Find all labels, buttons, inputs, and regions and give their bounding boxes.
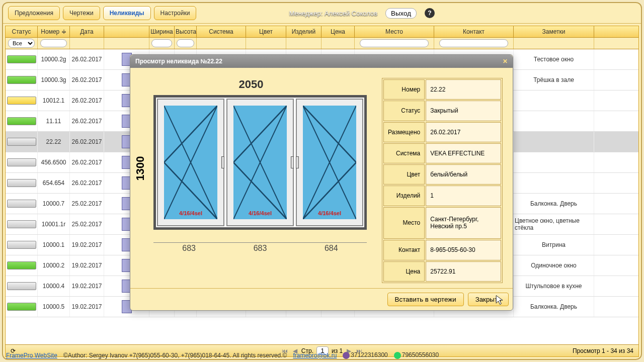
col-system[interactable]: Система: [197, 26, 246, 37]
status-chip: [7, 303, 36, 311]
tab-illiquid[interactable]: Неликвиды: [103, 6, 151, 20]
manager-label: Менеджер: Алексей Соколов: [289, 10, 377, 17]
grid-header: Статус Номер ≑ Дата Ширина Высота Систем…: [6, 26, 638, 38]
col-items[interactable]: Изделий: [286, 26, 321, 37]
page-footer: FramePro WebSite ©Author: Sergey Ivanov …: [6, 351, 638, 359]
cell-notes: [514, 152, 594, 172]
cell-number: 456.6500: [38, 152, 70, 172]
filter-height[interactable]: [177, 39, 194, 47]
detail-value: Закрытый: [426, 101, 501, 121]
col-color[interactable]: Цвет: [246, 26, 286, 37]
status-chip: [7, 200, 36, 208]
cell-notes: Цветное окно, цветные стёкла: [514, 214, 594, 234]
cell-date: 26.02.2017: [70, 70, 104, 90]
logout-button[interactable]: Выход: [385, 8, 417, 19]
cell-date: 25.02.2017: [70, 214, 104, 234]
left-dimension: 1300: [134, 98, 146, 239]
cell-notes: [514, 90, 594, 111]
cell-date: 19.02.2017: [70, 235, 104, 255]
handle-icon: [296, 156, 299, 168]
cell-date: 26.02.2017: [70, 132, 104, 152]
cell-number: 654.654: [38, 173, 70, 193]
detail-label: Система: [383, 143, 425, 163]
col-place[interactable]: Место: [355, 26, 434, 37]
col-width[interactable]: Ширина: [149, 26, 175, 37]
detail-value: 22.22: [426, 79, 501, 100]
cell-date: 26.02.2017: [70, 111, 104, 131]
preview-modal: Просмотр неликвида №22.22 ✕ 2050 1300 4/…: [130, 54, 513, 311]
bottom-dim-2: 683: [224, 242, 295, 253]
cell-date: 19.02.2017: [70, 276, 104, 296]
cell-number: 10012.1: [38, 90, 70, 111]
cell-number: 10001.1r: [38, 214, 70, 234]
status-chip: [7, 241, 36, 249]
filter-number[interactable]: [40, 39, 67, 47]
detail-label: Статус: [383, 101, 425, 121]
status-chip: [7, 55, 36, 63]
detail-label: Изделий: [383, 186, 425, 206]
col-date[interactable]: Дата: [70, 26, 104, 37]
status-filter[interactable]: Все: [8, 39, 35, 48]
cell-number: 10000.3g: [38, 70, 70, 90]
bottom-dim-3: 684: [296, 242, 367, 253]
status-chip: [7, 117, 36, 125]
close-button[interactable]: Закрыть: [468, 293, 509, 306]
close-icon[interactable]: ✕: [503, 58, 508, 65]
cell-notes: Витрина: [514, 235, 594, 255]
detail-label: Контакт: [383, 240, 425, 260]
col-price[interactable]: Цена: [321, 26, 355, 37]
cell-number: 10000.1: [38, 235, 70, 255]
filter-place[interactable]: [360, 39, 429, 47]
cell-notes: [514, 132, 594, 152]
detail-value: VEKA EFFECTLINE: [426, 143, 501, 163]
site-link[interactable]: FramePro WebSite: [6, 352, 57, 359]
cell-notes: Трёшка в зале: [514, 70, 594, 90]
help-icon[interactable]: ?: [425, 8, 435, 18]
email-link[interactable]: framepro@bk.ru: [293, 352, 337, 359]
col-status[interactable]: Статус: [6, 26, 38, 37]
cell-date: 26.02.2017: [70, 152, 104, 172]
insert-button[interactable]: Вставить в чертежи: [387, 293, 464, 306]
cell-date: 26.02.2017: [70, 90, 104, 111]
detail-value: Санкт-Петербург, Невский пр.5: [426, 207, 501, 239]
col-preview[interactable]: [104, 26, 149, 37]
status-chip: [7, 282, 36, 290]
cell-date: 25.02.2017: [70, 194, 104, 214]
cell-notes: [514, 173, 594, 193]
cell-number: 10000.4: [38, 276, 70, 296]
detail-value: 25722.91: [426, 261, 501, 282]
cell-notes: [514, 111, 594, 131]
col-notes[interactable]: Заметки: [514, 26, 594, 37]
cell-number: 10000.2g: [38, 49, 70, 69]
cell-notes: Балконка. Дверь: [514, 194, 594, 214]
filter-contact[interactable]: [439, 39, 509, 47]
cell-date: 19.02.2017: [70, 255, 104, 276]
detail-value: 8-965-055-60-30: [426, 240, 501, 260]
cell-notes: Одиночное окно: [514, 255, 594, 276]
status-chip: [7, 158, 36, 166]
tab-settings[interactable]: Настройки: [154, 6, 197, 20]
topbar: Предложения Чертежи Неликвиды Настройки …: [3, 3, 641, 24]
detail-value: 26.02.2017: [426, 122, 501, 142]
cell-number: 11.11: [38, 111, 70, 131]
cell-number: 10000.2: [38, 255, 70, 276]
col-height[interactable]: Высота: [175, 26, 197, 37]
cell-number: 10000.5: [38, 297, 70, 317]
col-number[interactable]: Номер ≑: [38, 26, 70, 37]
tab-offers[interactable]: Предложения: [8, 6, 60, 20]
tab-drawings[interactable]: Чертежи: [63, 6, 100, 20]
detail-label: Размещено: [383, 122, 425, 142]
top-dimension: 2050: [135, 78, 367, 91]
col-contact[interactable]: Контакт: [434, 26, 514, 37]
status-chip: [7, 97, 36, 105]
handle-icon: [221, 156, 224, 168]
whatsapp-icon: [394, 352, 401, 359]
status-chip: [7, 76, 36, 84]
cell-notes: Тестовое окно: [514, 49, 594, 69]
modal-title: Просмотр неликвида №22.22: [135, 58, 222, 65]
viber-icon: [343, 352, 350, 359]
filter-width[interactable]: [151, 39, 172, 47]
cell-notes: Штульповое в кухне: [514, 276, 594, 296]
detail-value: белый/белый: [426, 164, 501, 185]
bottom-dim-1: 683: [153, 242, 224, 253]
